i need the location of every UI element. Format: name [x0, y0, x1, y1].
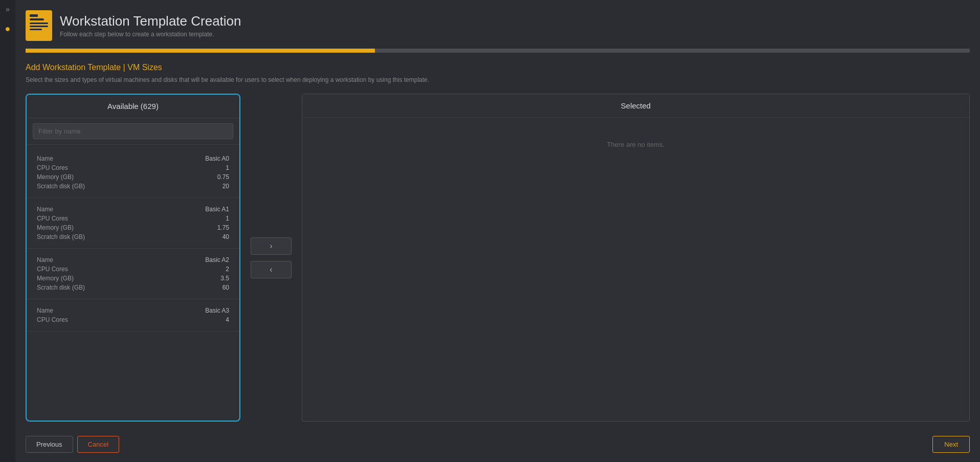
vm-memory-label: Memory (GB): [37, 173, 74, 181]
next-button[interactable]: Next: [932, 436, 970, 453]
svg-rect-5: [30, 14, 38, 17]
vm-cpu-label: CPU Cores: [37, 266, 68, 273]
available-panel-header: Available (629): [27, 95, 239, 118]
svg-rect-2: [30, 23, 48, 24]
previous-button[interactable]: Previous: [26, 436, 73, 453]
vm-cpu-label: CPU Cores: [37, 215, 68, 222]
vm-name-value: Basic A0: [205, 155, 229, 162]
move-left-button[interactable]: ‹: [251, 261, 292, 278]
vm-cpu-value: 2: [226, 266, 229, 273]
vm-name-label: Name: [37, 307, 53, 314]
filter-input-container: [27, 118, 239, 145]
vm-memory-value: 1.75: [217, 224, 229, 231]
selected-panel: Selected There are no items.: [302, 94, 970, 422]
no-items-text: There are no items.: [302, 141, 969, 148]
footer: Previous Cancel Next: [26, 427, 970, 462]
vm-cpu-label: CPU Cores: [37, 316, 68, 323]
app-icon: [26, 10, 52, 41]
progress-bar: [26, 49, 970, 53]
app-subtitle: Follow each step below to create a works…: [60, 31, 241, 38]
available-list[interactable]: Name Basic A0 CPU Cores 1 Memory (GB) 0.…: [27, 145, 239, 421]
selected-list: There are no items.: [302, 118, 969, 421]
footer-left: Previous Cancel: [26, 436, 119, 453]
available-panel: Available (629) Name Basic A0 CPU Cores …: [26, 94, 240, 422]
vm-cpu-value: 4: [226, 316, 229, 323]
page-subtitle: Select the sizes and types of virtual ma…: [26, 76, 970, 83]
middle-controls: › ‹: [240, 94, 302, 422]
page-title: Add Workstation Template | VM Sizes: [26, 63, 970, 72]
list-item[interactable]: Name Basic A3 CPU Cores 4: [27, 299, 239, 332]
vm-name-label: Name: [37, 206, 53, 213]
vm-disk-label: Scratch disk (GB): [37, 233, 85, 240]
vm-cpu-value: 1: [226, 164, 229, 171]
header-text: Workstation Template Creation Follow eac…: [60, 13, 241, 38]
sidebar: » ●: [0, 0, 15, 462]
vm-name-label: Name: [37, 155, 53, 162]
progress-bar-fill: [26, 49, 375, 53]
vm-disk-value: 60: [222, 284, 229, 291]
progress-bar-remaining: [375, 49, 970, 53]
vm-name-value: Basic A3: [205, 307, 229, 314]
vm-name-value: Basic A1: [205, 206, 229, 213]
vm-memory-value: 3.5: [220, 275, 229, 282]
vm-disk-label: Scratch disk (GB): [37, 183, 85, 190]
move-right-button[interactable]: ›: [251, 237, 292, 255]
svg-rect-3: [30, 26, 48, 27]
list-item[interactable]: Name Basic A1 CPU Cores 1 Memory (GB) 1.…: [27, 198, 239, 249]
sidebar-indicator-icon[interactable]: ●: [5, 24, 11, 34]
vm-disk-value: 20: [222, 183, 229, 190]
vm-memory-label: Memory (GB): [37, 224, 74, 231]
filter-input[interactable]: [33, 123, 233, 139]
sidebar-expand-icon[interactable]: »: [6, 5, 10, 13]
vm-cpu-value: 1: [226, 215, 229, 222]
vm-cpu-label: CPU Cores: [37, 164, 68, 171]
header: Workstation Template Creation Follow eac…: [26, 0, 970, 49]
list-item[interactable]: Name Basic A2 CPU Cores 2 Memory (GB) 3.…: [27, 249, 239, 299]
vm-name-value: Basic A2: [205, 256, 229, 263]
vm-memory-value: 0.75: [217, 173, 229, 181]
transfer-panel: Available (629) Name Basic A0 CPU Cores …: [26, 94, 970, 422]
svg-rect-4: [30, 29, 42, 30]
vm-memory-label: Memory (GB): [37, 275, 74, 282]
svg-rect-1: [30, 18, 44, 20]
app-title: Workstation Template Creation: [60, 13, 241, 29]
vm-name-label: Name: [37, 256, 53, 263]
vm-disk-label: Scratch disk (GB): [37, 284, 85, 291]
cancel-button[interactable]: Cancel: [77, 436, 119, 453]
vm-disk-value: 40: [222, 233, 229, 240]
list-item[interactable]: Name Basic A0 CPU Cores 1 Memory (GB) 0.…: [27, 147, 239, 198]
main-content: Workstation Template Creation Follow eac…: [15, 0, 980, 462]
selected-panel-header: Selected: [302, 94, 969, 118]
